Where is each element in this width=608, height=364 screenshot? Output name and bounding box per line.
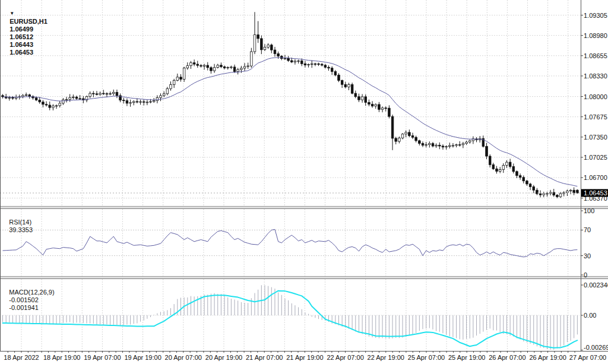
macd-indicator-label: MACD(12,26,9) -0.001502 -0.001941	[2, 281, 58, 319]
candle-body	[197, 64, 199, 65]
macd-axis[interactable]: 0.0023460.00-0.002695	[581, 281, 608, 351]
candle-body	[75, 97, 78, 99]
candle-body	[452, 145, 454, 146]
candle-body	[391, 116, 394, 138]
candle-body	[502, 165, 505, 169]
price-axis-label: 1.07350	[584, 134, 607, 141]
price-axis[interactable]: 1.093051.089801.086551.083301.080001.076…	[581, 12, 607, 202]
time-axis-label: 19 Apr 19:00	[124, 354, 161, 361]
candle-body	[381, 108, 384, 110]
candle-body	[93, 93, 95, 94]
candle-body	[220, 65, 223, 67]
rsi-series[interactable]	[3, 229, 578, 257]
candle-body	[210, 68, 213, 71]
candle-body	[99, 93, 102, 94]
candle-body	[243, 67, 246, 68]
candle-body	[170, 84, 172, 88]
macd-axis-label: 0.002346	[584, 281, 608, 289]
time-axis-label: 26 Apr 19:00	[529, 354, 566, 361]
candle-body	[314, 64, 316, 64]
candle-body	[223, 67, 226, 68]
candle-body	[103, 93, 105, 94]
candle-body	[566, 191, 569, 193]
candle-body	[365, 97, 367, 103]
candle-body	[247, 66, 249, 67]
macd-axis-label: -0.002695	[584, 344, 608, 351]
time-axis-label: 20 Apr 07:00	[165, 354, 202, 361]
candle-body	[122, 100, 125, 101]
macd-signal-line	[3, 291, 578, 348]
candle-body	[186, 66, 189, 68]
candle-body	[415, 137, 417, 141]
candle-body	[411, 136, 414, 138]
candle-body	[486, 147, 488, 157]
candle-body	[405, 132, 407, 134]
time-axis[interactable]: 18 Apr 202218 Apr 19:0019 Apr 07:0019 Ap…	[4, 354, 606, 361]
candle-body	[257, 35, 259, 39]
candle-body	[203, 65, 205, 66]
candle-body	[156, 97, 159, 100]
candle-body	[435, 145, 438, 146]
macd-name: MACD(12,26,9)	[9, 289, 54, 296]
candle-body	[348, 84, 350, 87]
candle-body	[176, 77, 179, 80]
rsi-value: 39.3353	[9, 226, 33, 233]
candle-body	[136, 102, 138, 102]
candle-body	[25, 95, 27, 96]
candle-body	[153, 100, 155, 102]
candle-body	[546, 194, 549, 194]
macd-main-value: -0.001502	[9, 296, 39, 303]
candle-body	[311, 64, 313, 64]
time-axis-label: 25 Apr 07:00	[408, 354, 445, 361]
candle-body	[264, 47, 266, 49]
chart-canvas[interactable]: 1.093051.089801.086551.083301.080001.076…	[0, 0, 608, 364]
price-axis-label: 1.06700	[584, 174, 607, 181]
candle-body	[213, 68, 216, 71]
candle-body	[351, 84, 353, 93]
panel-separator[interactable]	[0, 276, 608, 279]
candle-body	[261, 39, 263, 50]
candle-body	[237, 69, 239, 71]
candle-body	[354, 93, 357, 97]
candlestick-series[interactable]	[2, 12, 578, 198]
candle-body	[419, 141, 421, 144]
macd-series[interactable]	[3, 285, 578, 350]
panel-separator[interactable]	[0, 206, 608, 209]
trading-terminal-chart: ▼ EURUSD,H1 1.06499 1.06512 1.06443 1.06…	[0, 0, 608, 364]
candle-body	[556, 195, 559, 197]
candle-body	[509, 162, 511, 166]
candle-body	[183, 68, 185, 79]
candle-body	[271, 45, 273, 50]
candle-body	[401, 134, 404, 138]
candle-body	[378, 105, 381, 109]
candle-body	[468, 141, 471, 142]
rsi-axis[interactable]: 10070300	[581, 207, 594, 278]
candle-body	[466, 142, 468, 143]
candle-body	[106, 94, 108, 94]
candle-body	[49, 105, 51, 107]
candle-body	[361, 97, 363, 100]
ma-overlay	[3, 58, 578, 186]
candle-body	[132, 102, 135, 103]
macd-axis-label: 0.00	[584, 312, 596, 319]
candle-body	[539, 194, 542, 195]
candle-body	[422, 144, 424, 145]
candle-body	[573, 190, 575, 193]
candle-body	[388, 108, 391, 116]
candle-body	[287, 58, 290, 61]
rsi-axis-label: 100	[584, 207, 594, 214]
candle-body	[499, 169, 501, 171]
candle-body	[308, 65, 310, 65]
candle-body	[72, 97, 75, 97]
candle-body	[455, 145, 458, 145]
candle-body	[448, 145, 451, 147]
candle-body	[368, 103, 370, 105]
time-axis-label: 22 Apr 07:00	[327, 354, 363, 361]
candle-body	[300, 61, 303, 64]
price-axis-label: 1.08980	[584, 32, 607, 39]
candle-body	[277, 53, 280, 56]
price-axis-label: 1.07025	[584, 154, 607, 161]
price-axis-label: 1.08655	[584, 52, 607, 59]
time-axis-label: 19 Apr 07:00	[84, 354, 121, 361]
candle-body	[543, 194, 545, 195]
